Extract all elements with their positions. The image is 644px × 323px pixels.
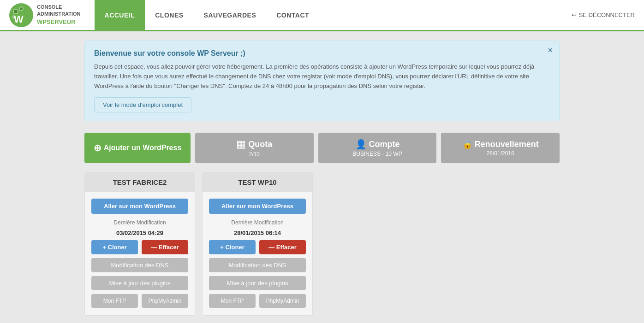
ftp-2-button[interactable]: Mon FTP [209,294,256,308]
ftp-phpmyadmin-row-2: Mon FTP PhpMyAdmin [209,294,306,308]
nav-clones[interactable]: CLONES [145,0,193,31]
quota-card[interactable]: ▦ Quota 2/10 [195,133,314,163]
nav-accueil[interactable]: ACCUEIL [95,0,145,31]
navbar-right: ↩ SE DÉCONNECTER [572,12,635,18]
renouvellement-date: 26/01/2016 [487,150,514,157]
derniere-modif-1-label: Dernière Modification [91,219,188,226]
ftp-phpmyadmin-row-1: Mon FTP PhpMyAdmin [91,294,188,308]
navbar: W CONSOLEADMINISTRATIONWPSERVEUR ACCUEIL… [0,0,644,31]
goto-wp-1-button[interactable]: Aller sur mon WordPress [91,199,188,214]
wp-box-2-header: TEST WP10 [203,173,312,192]
logout-icon: ↩ [572,12,577,18]
quota-label: Quota [248,140,272,149]
delete-1-button[interactable]: — Effacer [142,240,188,254]
renouvellement-label: Renouvellement [475,140,539,149]
alert-body: Depuis cet espace, vous allez pouvoir gé… [94,62,550,91]
compte-card[interactable]: 👤 Compte BUSINESS - 10 WP [318,133,437,163]
lock-icon: 🔒 [462,139,472,149]
main-content: × Bienvenue sur votre console WP Serveur… [78,31,566,323]
quota-row: ▦ Quota [236,138,272,150]
wp-box-1-header: TEST FABRICE2 [85,173,195,192]
brand-text: CONSOLEADMINISTRATIONWPSERVEUR [37,4,81,26]
svg-point-2 [14,10,18,13]
compte-label: Compte [369,140,400,149]
quota-icon: ▦ [236,138,246,150]
quota-value: 2/10 [249,151,260,158]
plus-icon: ⊕ [94,142,101,153]
compte-row: 👤 Compte [355,139,400,150]
svg-text:W: W [14,13,24,25]
nav-contact[interactable]: CONTACT [266,0,319,31]
add-wp-label: Ajouter un WordPress [104,144,182,152]
compte-icon: 👤 [355,139,367,150]
modif-date-1: 03/02/2015 04:29 [91,229,188,236]
clone-1-button[interactable]: + Cloner [91,240,138,254]
clone-2-button[interactable]: + Cloner [209,240,256,254]
dns-2-button[interactable]: Modification des DNS [209,258,306,272]
brand-logo[interactable]: W CONSOLEADMINISTRATIONWPSERVEUR [9,3,81,27]
wp-box-1-body: Aller sur mon WordPress Dernière Modific… [85,192,195,315]
clone-delete-row-2: + Cloner — Effacer [209,240,306,254]
phpmyadmin-2-button[interactable]: PhpMyAdmin [259,294,306,308]
wp-box-1: TEST FABRICE2 Aller sur mon WordPress De… [84,172,195,316]
phpmyadmin-1-button[interactable]: PhpMyAdmin [142,294,188,308]
wp-box-2-body: Aller sur mon WordPress Dernière Modific… [203,192,312,315]
compte-value: BUSINESS - 10 WP [352,151,402,157]
dns-1-button[interactable]: Modification des DNS [91,258,188,272]
top-cards: ⊕ Ajouter un WordPress ▦ Quota 2/10 👤 Co… [84,133,560,163]
clone-delete-row-1: + Cloner — Effacer [91,240,188,254]
nav-sauvegardes[interactable]: SAUVEGARDES [194,0,267,31]
logout-link[interactable]: ↩ SE DÉCONNECTER [572,12,635,18]
plugins-2-button[interactable]: Mise à jour des plugins [209,276,306,290]
alert-mode-emploi-button[interactable]: Voir le mode d'emploi complet [94,97,191,112]
goto-wp-2-button[interactable]: Aller sur mon WordPress [209,199,306,214]
svg-point-4 [20,7,23,10]
plugins-1-button[interactable]: Mise à jour des plugins [91,276,188,290]
nav-links: ACCUEIL CLONES SAUVEGARDES CONTACT [95,0,320,30]
alert-close-button[interactable]: × [548,46,553,55]
renouvellement-card[interactable]: 🔒 Renouvellement 26/01/2016 [441,133,560,163]
delete-2-button[interactable]: — Effacer [259,240,306,254]
derniere-modif-2-label: Dernière Modification [209,219,306,226]
ftp-1-button[interactable]: Mon FTP [91,294,138,308]
modif-date-2: 28/01/2015 06:14 [209,229,306,236]
wp-box-2: TEST WP10 Aller sur mon WordPress Derniè… [202,172,313,316]
add-wp-row: ⊕ Ajouter un WordPress [94,142,182,153]
renouvellement-row: 🔒 Renouvellement [462,139,539,149]
add-wordpress-card[interactable]: ⊕ Ajouter un WordPress [84,133,191,163]
alert-banner: × Bienvenue sur votre console WP Serveur… [84,41,560,121]
logout-label: SE DÉCONNECTER [579,12,635,18]
alert-title: Bienvenue sur votre console WP Serveur ;… [94,49,550,58]
wp-boxes: TEST FABRICE2 Aller sur mon WordPress De… [84,172,560,316]
